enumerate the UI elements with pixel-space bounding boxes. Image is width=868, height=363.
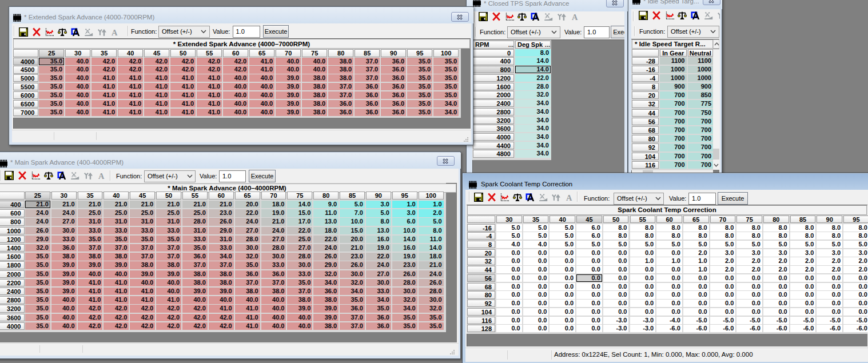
svg-text:A: A bbox=[112, 27, 118, 36]
svg-text:A: A bbox=[566, 193, 572, 202]
svg-text:A: A bbox=[572, 12, 578, 21]
svg-text:A: A bbox=[98, 171, 105, 179]
